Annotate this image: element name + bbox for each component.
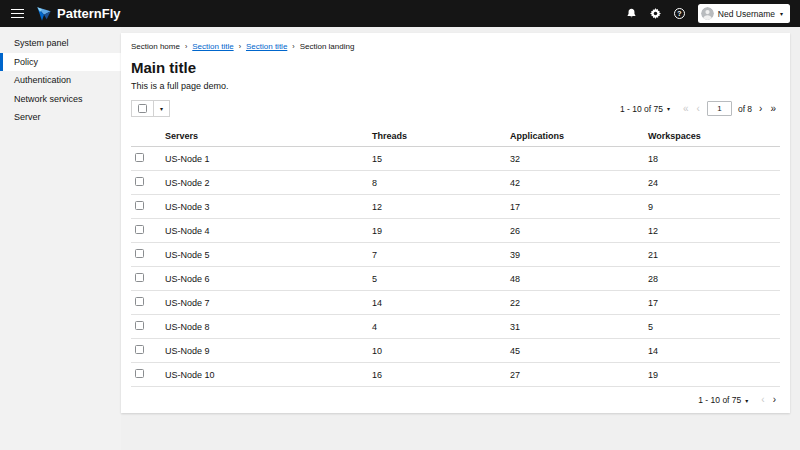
pagination-nav: « ‹ of 8 › »	[679, 101, 780, 116]
pagination-menu-toggle[interactable]: 1 - 10 of 75 ▾	[694, 395, 752, 405]
breadcrumb-link-section-title-2[interactable]: Section title	[246, 42, 287, 51]
sidebar-item-network-services[interactable]: Network services	[0, 90, 121, 109]
row-checkbox[interactable]	[135, 345, 144, 354]
cell-applications: 17	[502, 195, 640, 219]
page-number-input[interactable]	[707, 101, 732, 116]
cell-workspaces: 12	[640, 219, 780, 243]
caret-down-icon: ▾	[160, 105, 163, 112]
hamburger-icon	[11, 9, 24, 11]
header-checkbox-cell	[131, 125, 157, 147]
cell-server-name: US-Node 10	[157, 363, 364, 387]
row-checkbox-cell	[131, 315, 157, 339]
sidebar-item-server[interactable]: Server	[0, 108, 121, 127]
cell-server-name: US-Node 8	[157, 315, 364, 339]
brand-name: PatternFly	[57, 6, 121, 21]
row-checkbox-cell	[131, 219, 157, 243]
next-page-button[interactable]: ›	[769, 395, 780, 405]
cell-threads: 14	[364, 291, 502, 315]
cell-threads: 5	[364, 267, 502, 291]
bulk-select-toggle[interactable]: ▾	[154, 101, 169, 116]
cell-workspaces: 19	[640, 363, 780, 387]
cell-threads: 10	[364, 339, 502, 363]
breadcrumb-link-section-title-1[interactable]: Section title	[192, 42, 233, 51]
cell-workspaces: 5	[640, 315, 780, 339]
cell-workspaces: 21	[640, 243, 780, 267]
main-content: Section home › Section title › Section t…	[121, 27, 800, 450]
column-header-threads: Threads	[364, 125, 502, 147]
row-checkbox[interactable]	[135, 273, 144, 282]
page-title: Main title	[131, 59, 780, 76]
cell-applications: 42	[502, 171, 640, 195]
table-header-row: Servers Threads Applications Workspaces	[131, 125, 780, 147]
row-checkbox-cell	[131, 171, 157, 195]
cell-applications: 27	[502, 363, 640, 387]
cell-threads: 4	[364, 315, 502, 339]
pagination-menu-toggle[interactable]: 1 - 10 of 75 ▾	[616, 104, 674, 114]
row-checkbox[interactable]	[135, 297, 144, 306]
row-checkbox[interactable]	[135, 249, 144, 258]
cell-server-name: US-Node 2	[157, 171, 364, 195]
cell-server-name: US-Node 5	[157, 243, 364, 267]
cell-threads: 7	[364, 243, 502, 267]
previous-page-button[interactable]: ‹	[693, 104, 704, 114]
patternfly-logo-icon	[36, 6, 52, 22]
table-row: US-Node 6 5 48 28	[131, 267, 780, 291]
masthead-utilities: ? Ned Username ▾	[626, 4, 790, 23]
question-icon: ?	[674, 8, 685, 19]
total-pages-label: of 8	[738, 104, 752, 114]
cell-applications: 39	[502, 243, 640, 267]
previous-page-button[interactable]: ‹	[757, 395, 768, 405]
cell-workspaces: 24	[640, 171, 780, 195]
user-menu[interactable]: Ned Username ▾	[698, 4, 790, 23]
cell-workspaces: 14	[640, 339, 780, 363]
select-all-checkbox[interactable]	[138, 104, 147, 113]
last-page-button[interactable]: »	[766, 104, 780, 114]
row-checkbox-cell	[131, 243, 157, 267]
row-checkbox[interactable]	[135, 369, 144, 378]
chevron-right-icon: ›	[239, 43, 241, 50]
table-row: US-Node 3 12 17 9	[131, 195, 780, 219]
cell-server-name: US-Node 7	[157, 291, 364, 315]
cell-workspaces: 28	[640, 267, 780, 291]
row-checkbox[interactable]	[135, 153, 144, 162]
chevron-down-icon: ▾	[780, 10, 783, 17]
table-row: US-Node 9 10 45 14	[131, 339, 780, 363]
user-name: Ned Username	[718, 9, 775, 19]
brand[interactable]: PatternFly	[36, 6, 121, 22]
cell-applications: 31	[502, 315, 640, 339]
pagination-range-label: 1 - 10 of 75	[620, 104, 663, 114]
notifications-button[interactable]	[626, 8, 637, 19]
cell-applications: 22	[502, 291, 640, 315]
cell-threads: 16	[364, 363, 502, 387]
column-header-workspaces: Workspaces	[640, 125, 780, 147]
toolbar: ▾ 1 - 10 of 75 ▾ « ‹ of 8 › »	[131, 100, 780, 117]
table-row: US-Node 2 8 42 24	[131, 171, 780, 195]
table-body: US-Node 1 15 32 18 US-Node 2 8 42 24 US-…	[131, 147, 780, 387]
nav-toggle-button[interactable]	[7, 5, 28, 23]
cell-applications: 45	[502, 339, 640, 363]
sidebar-item-authentication[interactable]: Authentication	[0, 71, 121, 90]
cell-workspaces: 9	[640, 195, 780, 219]
breadcrumb-item-home: Section home	[131, 42, 180, 51]
settings-button[interactable]	[650, 8, 661, 19]
page-card: Section home › Section title › Section t…	[121, 33, 790, 413]
row-checkbox-cell	[131, 363, 157, 387]
avatar	[701, 7, 714, 20]
cell-server-name: US-Node 1	[157, 147, 364, 171]
row-checkbox[interactable]	[135, 321, 144, 330]
cell-workspaces: 18	[640, 147, 780, 171]
cell-server-name: US-Node 6	[157, 267, 364, 291]
sidebar-item-system-panel[interactable]: System panel	[0, 34, 121, 53]
cell-applications: 32	[502, 147, 640, 171]
pagination-nav: ‹ ›	[757, 395, 780, 405]
row-checkbox[interactable]	[135, 201, 144, 210]
row-checkbox[interactable]	[135, 225, 144, 234]
pagination-range-label: 1 - 10 of 75	[698, 395, 741, 405]
row-checkbox[interactable]	[135, 177, 144, 186]
table-row: US-Node 5 7 39 21	[131, 243, 780, 267]
first-page-button[interactable]: «	[679, 104, 693, 114]
cell-workspaces: 17	[640, 291, 780, 315]
help-button[interactable]: ?	[674, 8, 685, 19]
sidebar-item-policy[interactable]: Policy	[0, 53, 121, 72]
next-page-button[interactable]: ›	[755, 104, 766, 114]
